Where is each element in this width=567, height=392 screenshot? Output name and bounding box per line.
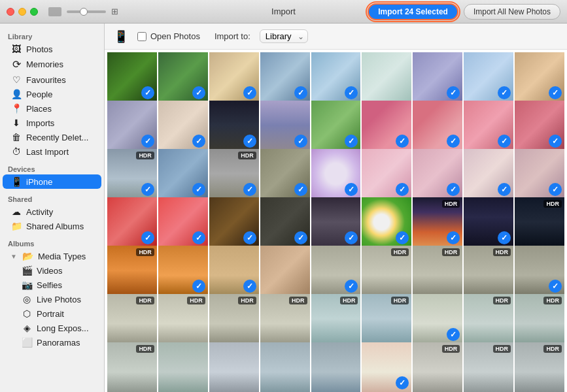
sidebar-item-live-photos[interactable]: ◎ Live Photos [3, 292, 101, 306]
photo-cell[interactable] [260, 246, 310, 295]
sidebar-toggle-icon[interactable] [48, 7, 61, 16]
sidebar-item-people[interactable]: 👤 People [3, 87, 101, 101]
photo-cell[interactable]: ✓ [209, 101, 259, 150]
import-all-button[interactable]: Import All New Photos [464, 4, 560, 20]
photo-cell[interactable]: ✓ [515, 246, 564, 295]
photo-checkmark: ✓ [243, 86, 256, 99]
photo-cell[interactable]: ✓ [158, 101, 208, 150]
photo-cell[interactable]: HDR [515, 294, 564, 344]
photo-cell[interactable]: HDR ✓ [209, 149, 259, 199]
photo-cell[interactable]: ✓ [362, 101, 411, 150]
sidebar-item-last-import[interactable]: ⏱ Last Import [3, 144, 101, 159]
photo-cell[interactable]: ✓ [311, 246, 361, 295]
sidebar-item-recently-deleted[interactable]: 🗑 Recently Delet... [3, 130, 101, 144]
photo-cell[interactable]: ✓ [158, 197, 208, 247]
sidebar-item-media-types[interactable]: ▼ 📂 Media Types [3, 249, 101, 263]
photo-cell[interactable]: ✓ [515, 101, 564, 150]
photo-cell[interactable]: ✓ [464, 52, 513, 102]
grid-size-icon[interactable]: ⊞ [111, 7, 118, 16]
photo-cell[interactable]: HDR ✓ [107, 149, 157, 199]
open-photos-label[interactable]: Open Photos [137, 31, 200, 41]
main-content: Library 🖼 Photos ⟳ Memories ♡ Favourites… [0, 24, 567, 392]
sidebar-item-imports[interactable]: ⬇ Imports [3, 116, 101, 130]
photo-cell[interactable]: HDR [362, 294, 411, 344]
photo-cell[interactable]: ✓ [107, 52, 157, 102]
photo-cell[interactable]: HDR [464, 294, 513, 344]
maximize-button[interactable] [30, 8, 38, 16]
photo-cell[interactable]: ✓ [311, 149, 361, 199]
photo-cell[interactable]: ✓ [311, 101, 361, 150]
photo-cell[interactable]: ✓ [413, 101, 462, 150]
import-destination-select[interactable]: Library [260, 29, 308, 43]
photo-cell[interactable]: ✓ [158, 52, 208, 102]
panoramas-icon: ⬜ [21, 337, 33, 348]
photo-cell[interactable]: HDR [413, 246, 462, 295]
photo-cell[interactable]: ✓ [107, 101, 157, 150]
photo-cell[interactable]: HDR [464, 342, 513, 392]
sidebar-item-videos[interactable]: 🎬 Videos [3, 263, 101, 278]
sidebar-item-panoramas[interactable]: ⬜ Panoramas [3, 335, 101, 350]
photo-cell[interactable]: ✓ [107, 197, 157, 247]
photo-cell[interactable]: ✓ [260, 52, 310, 102]
sidebar-item-shared-albums[interactable]: 📁 Shared Albums [3, 219, 101, 233]
photo-cell[interactable]: HDR [107, 294, 157, 344]
import-destination-wrapper[interactable]: Library [260, 29, 308, 43]
hdr-badge: HDR [136, 152, 154, 159]
photo-cell[interactable]: HDR [158, 294, 208, 344]
sidebar-item-activity[interactable]: ☁ Activity [3, 204, 101, 219]
photo-cell[interactable]: ✓ [413, 52, 462, 102]
photo-cell[interactable]: ✓ [464, 197, 513, 247]
sidebar-item-selfies[interactable]: 📷 Selfies [3, 278, 101, 292]
photo-checkmark: ✓ [549, 135, 562, 148]
zoom-slider[interactable] [67, 10, 106, 13]
photo-cell[interactable]: HDR [107, 342, 157, 392]
photo-cell[interactable]: ✓ [515, 149, 564, 199]
photo-cell[interactable]: ✓ [362, 149, 411, 199]
sidebar-item-places[interactable]: 📍 Places [3, 101, 101, 116]
photo-cell[interactable]: HDR ✓ [413, 197, 462, 247]
import-selected-button[interactable]: Import 24 Selected [368, 3, 458, 20]
close-button[interactable] [7, 8, 14, 16]
photo-cell[interactable] [158, 342, 208, 392]
sidebar-item-memories[interactable]: ⟳ Memories [3, 56, 101, 73]
photo-cell[interactable]: ✓ [158, 246, 208, 295]
photo-cell[interactable]: ✓ [209, 52, 259, 102]
photo-cell[interactable]: ✓ [464, 149, 513, 199]
photo-cell[interactable]: HDR [107, 246, 157, 295]
photo-cell[interactable]: ✓ [311, 52, 361, 102]
photo-cell[interactable] [362, 52, 411, 102]
photo-cell[interactable]: HDR [311, 294, 361, 344]
photo-cell[interactable]: ✓ [413, 149, 462, 199]
photo-cell[interactable] [311, 342, 361, 392]
photo-cell[interactable]: ✓ [209, 246, 259, 295]
photo-cell[interactable]: ✓ [515, 52, 564, 102]
open-photos-checkbox[interactable] [137, 32, 146, 41]
photo-cell[interactable]: HDR [464, 246, 513, 295]
photo-cell[interactable]: ✓ [362, 342, 411, 392]
photo-cell[interactable]: ✓ [413, 294, 462, 344]
photo-cell[interactable]: ✓ [260, 101, 310, 150]
photo-cell[interactable]: HDR [515, 342, 564, 392]
photo-cell[interactable]: HDR [209, 294, 259, 344]
photo-cell[interactable]: ✓ [260, 197, 310, 247]
sidebar-item-portrait[interactable]: ⬡ Portrait [3, 306, 101, 321]
sidebar: Library 🖼 Photos ⟳ Memories ♡ Favourites… [0, 24, 105, 392]
photo-cell[interactable]: ✓ [209, 197, 259, 247]
photo-cell[interactable]: HDR [362, 246, 411, 295]
sidebar-item-favourites[interactable]: ♡ Favourites [3, 73, 101, 87]
sidebar-item-photos[interactable]: 🖼 Photos [3, 42, 101, 56]
photo-cell[interactable]: HDR [260, 294, 310, 344]
photo-cell[interactable] [209, 342, 259, 392]
photo-cell[interactable] [260, 342, 310, 392]
minimize-button[interactable] [18, 8, 26, 16]
photo-cell[interactable]: HDR [413, 342, 462, 392]
photo-cell[interactable]: ✓ [362, 197, 411, 247]
iphone-icon: 📱 [10, 176, 22, 187]
photo-cell[interactable]: HDR [515, 197, 564, 247]
sidebar-item-iphone[interactable]: 📱 iPhone [3, 174, 101, 189]
photo-cell[interactable]: ✓ [464, 101, 513, 150]
photo-cell[interactable]: ✓ [260, 149, 310, 199]
photo-cell[interactable]: ✓ [311, 197, 361, 247]
photo-cell[interactable]: ✓ [158, 149, 208, 199]
sidebar-item-long-exposure[interactable]: ◈ Long Expos... [3, 321, 101, 335]
